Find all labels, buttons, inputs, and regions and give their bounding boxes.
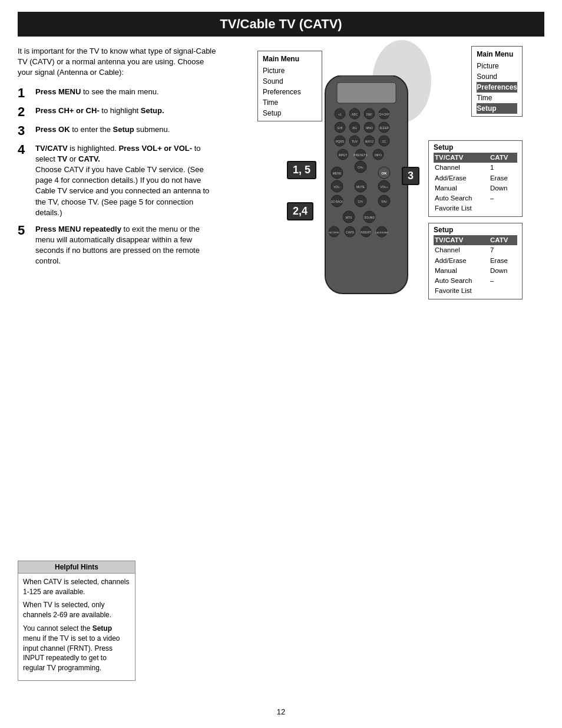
setup-row-favoritelist-1: Favorite List: [434, 203, 517, 213]
step-text: Press MENU to see the main menu.: [35, 87, 159, 97]
right-column: Main Menu Picture Sound Preferences Time…: [230, 46, 544, 317]
setup-value-tvcatv-2: CATV: [489, 235, 517, 245]
setup-row-adderase-2: Add/Erase Erase: [434, 256, 517, 266]
step-item-1: 1 Press MENU to see the main menu.: [18, 87, 218, 100]
svg-text:CH-: CH-: [358, 200, 363, 203]
svg-text:SOUND: SOUND: [364, 216, 375, 219]
step-number: 1: [18, 87, 29, 100]
setup-row-tvcatv-2: TV/CATV CATV: [434, 235, 517, 245]
svg-text:CH·OFF: CH·OFF: [379, 113, 390, 116]
step-text: Press OK to enter the Setup submenu.: [35, 124, 170, 135]
svg-text:CALENDAR: CALENDAR: [375, 231, 388, 234]
setup-label-manual-1: Manual: [434, 183, 489, 193]
left-column: It is important for the TV to know what …: [18, 46, 218, 317]
setup-value-tvcatv-1: CATV: [489, 153, 517, 163]
svg-rect-1: [337, 83, 396, 103]
step-item-5: 5 Press MENU repeatedly to exit the menu…: [18, 224, 218, 267]
svg-text:CH+: CH+: [358, 166, 363, 169]
svg-text:NOTIFNS: NOTIFNS: [329, 231, 339, 234]
step-label-24: 2,4: [287, 202, 313, 220]
steps-list: 1 Press MENU to see the main menu. 2 Pre…: [18, 87, 218, 267]
setup-value-manual-1: Down: [489, 183, 517, 193]
setup-box-2: Setup TV/CATV CATV Channel 7 Add/Erase E…: [428, 223, 523, 299]
setup-label-channel-1: Channel: [434, 163, 489, 173]
setup-row-manual-1: Manual Down: [434, 183, 517, 193]
setup-row-autosearch-2: Auto Search –: [434, 276, 517, 286]
svg-text:ABC: ABC: [352, 113, 358, 116]
menu-item-preferences-1: Preferences: [263, 87, 317, 97]
setup-label-manual-2: Manual: [434, 266, 489, 276]
svg-text:CC: CC: [382, 140, 386, 143]
svg-text:GO BACK: GO BACK: [331, 200, 343, 203]
svg-text:DEF: DEF: [366, 113, 372, 116]
svg-text:JKL: JKL: [352, 126, 358, 130]
step-item-3: 3 Press OK to enter the Setup submenu.: [18, 124, 218, 137]
main-menu-box-2: Main Menu Picture Sound Preferences Time…: [471, 46, 523, 117]
step-text: Press MENU repeatedly to exit the menu o…: [35, 224, 218, 267]
svg-text:MTS: MTS: [346, 216, 352, 219]
setup-value-adderase-2: Erase: [489, 256, 517, 266]
setup-label-favoritelist-1: Favorite List: [434, 203, 489, 213]
step-text: Press CH+ or CH- to highlight Setup.: [35, 106, 164, 116]
svg-text:VOL-: VOL-: [333, 185, 340, 189]
setup-title-1: Setup: [434, 143, 517, 151]
step-number: 2: [18, 106, 29, 118]
diagram: Main Menu Picture Sound Preferences Time…: [252, 46, 523, 317]
menu-item-setup-2: Setup: [477, 103, 517, 114]
setup-value-favoritelist-1: [489, 203, 517, 213]
main-menu-title-2: Main Menu: [477, 49, 517, 60]
menu-item-picture-2: Picture: [477, 61, 517, 71]
setup-value-autosearch-2: –: [489, 276, 517, 286]
setup-title-2: Setup: [434, 226, 517, 234]
main-menu-box-1: Main Menu Picture Sound Preferences Time…: [257, 51, 322, 121]
svg-text:INSERT: INSERT: [361, 230, 371, 234]
setup-label-tvcatv-2: TV/CATV: [434, 235, 489, 245]
hints-content: When CATV is selected, channels 1-125 ar…: [18, 574, 135, 680]
setup-value-favoritelist-2: [489, 286, 517, 296]
hint-item-1: When CATV is selected, channels 1-125 ar…: [23, 577, 130, 597]
setup-table-2: TV/CATV CATV Channel 7 Add/Erase Erase M…: [434, 235, 517, 297]
setup-row-manual-2: Manual Down: [434, 266, 517, 276]
step-item-4: 4 TV/CATV is highlighted. Press VOL+ or …: [18, 143, 218, 218]
menu-item-picture-1: Picture: [263, 65, 317, 76]
svg-text:MENU: MENU: [333, 172, 342, 175]
setup-label-channel-2: Channel: [434, 245, 489, 255]
menu-item-setup-1: Setup: [263, 108, 317, 118]
svg-text:GHI: GHI: [338, 126, 343, 130]
svg-text:+1: +1: [338, 113, 342, 116]
svg-text:FAV: FAV: [381, 200, 387, 203]
setup-value-manual-2: Down: [489, 266, 517, 276]
main-menu-title-1: Main Menu: [263, 54, 317, 64]
hint-item-2: When TV is selected, only channels 2-69 …: [23, 600, 130, 620]
svg-text:MNO: MNO: [366, 126, 373, 130]
setup-row-favoritelist-2: Favorite List: [434, 286, 517, 296]
step-number: 4: [18, 143, 29, 156]
setup-value-channel-2: 7: [489, 245, 517, 255]
hints-title: Helpful Hints: [18, 561, 135, 574]
setup-row-channel-1: Channel 1: [434, 163, 517, 173]
setup-label-adderase-1: Add/Erase: [434, 173, 489, 183]
setup-label-adderase-2: Add/Erase: [434, 256, 489, 266]
setup-value-channel-1: 1: [489, 163, 517, 173]
setup-row-channel-2: Channel 7: [434, 245, 517, 255]
setup-label-autosearch-1: Auto Search: [434, 193, 489, 203]
setup-row-tvcatv-1: TV/CATV CATV: [434, 153, 517, 163]
svg-text:OK: OK: [382, 172, 388, 175]
svg-text:INFO: INFO: [375, 153, 382, 157]
page-number: 12: [0, 707, 562, 716]
setup-box-1: Setup TV/CATV CATV Channel 1 Add/Erase E…: [428, 140, 523, 217]
menu-item-sound-2: Sound: [477, 71, 517, 82]
setup-value-adderase-1: Erase: [489, 173, 517, 183]
svg-text:CAPS: CAPS: [346, 230, 354, 234]
intro-text: It is important for the TV to know what …: [18, 46, 218, 78]
hint-item-3: You cannot select the Setup menu if the …: [23, 624, 130, 673]
setup-label-tvcatv-1: TV/CATV: [434, 153, 489, 163]
step-number: 3: [18, 124, 29, 137]
remote-control-svg: +1 ABC DEF CH·OFF GHI JKL MNO SLEEP PQRS: [316, 75, 416, 311]
svg-text:SLEEP: SLEEP: [379, 126, 389, 130]
setup-table-1: TV/CATV CATV Channel 1 Add/Erase Erase M…: [434, 153, 517, 214]
setup-row-adderase-1: Add/Erase Erase: [434, 173, 517, 183]
svg-text:PRESETS: PRESETS: [353, 153, 368, 157]
setup-label-favoritelist-2: Favorite List: [434, 286, 489, 296]
menu-item-time-2: Time: [477, 93, 517, 103]
